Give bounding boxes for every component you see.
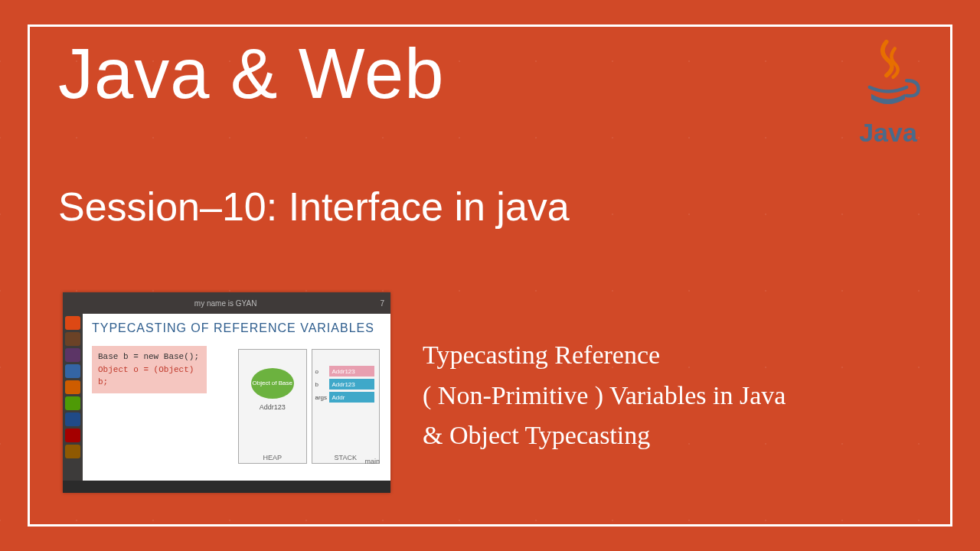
thumbnail-taskbar xyxy=(63,481,390,493)
desc-line-3: & Object Typecasting xyxy=(423,416,934,456)
code-line-1: Base b = new Base(); xyxy=(98,350,201,364)
heap-column: Object of Base Addr123 HEAP xyxy=(238,349,307,464)
session-subtitle: Session–10: Interface in java xyxy=(58,184,570,230)
heap-address: Addr123 xyxy=(239,403,306,411)
stack-column: Addr123 Addr123 Addr STACK xyxy=(312,349,381,464)
titlebar-left xyxy=(69,299,71,308)
java-cup-icon xyxy=(846,37,930,121)
titlebar-page: 7 xyxy=(380,299,384,308)
code-box: Base b = new Base(); Object o = (Object)… xyxy=(92,346,207,393)
launcher-icon xyxy=(65,332,80,346)
desc-line-2: ( Non-Primitive ) Variables in Java xyxy=(423,376,934,416)
launcher-icon xyxy=(65,412,80,426)
stack-cell: Addr xyxy=(329,392,375,403)
main-title: Java & Web xyxy=(58,34,444,114)
launcher-icon xyxy=(65,348,80,362)
code-line-2: Object o = (Object) b; xyxy=(98,364,201,389)
stack-cell: Addr123 xyxy=(329,379,375,390)
inner-slide: TYPECASTING OF REFERENCE VARIABLES Base … xyxy=(83,314,390,481)
launcher-icon xyxy=(65,364,80,378)
slide-thumbnail: my name is GYAN 7 TYPECASTING OF REFEREN… xyxy=(63,292,390,493)
inner-slide-heading: TYPECASTING OF REFERENCE VARIABLES xyxy=(92,321,381,335)
ubuntu-launcher xyxy=(63,314,83,481)
java-logo-text: Java xyxy=(842,118,934,148)
launcher-icon xyxy=(65,396,80,410)
heap-label: HEAP xyxy=(239,454,306,461)
heap-object: Object of Base xyxy=(251,368,294,399)
titlebar-center: my name is GYAN xyxy=(77,299,374,308)
launcher-icon xyxy=(65,445,80,458)
java-logo: Java xyxy=(842,37,934,148)
main-label: main xyxy=(364,458,380,465)
stack-cell: Addr123 xyxy=(329,366,375,377)
desc-line-1: Typecasting Reference xyxy=(423,335,934,376)
thumbnail-titlebar: my name is GYAN 7 xyxy=(63,292,390,314)
launcher-icon xyxy=(65,429,80,442)
memory-diagram: Object of Base Addr123 HEAP Addr123 Addr… xyxy=(238,349,380,464)
description-text: Typecasting Reference ( Non-Primitive ) … xyxy=(423,335,934,456)
launcher-icon xyxy=(65,316,80,330)
launcher-icon xyxy=(65,380,80,394)
